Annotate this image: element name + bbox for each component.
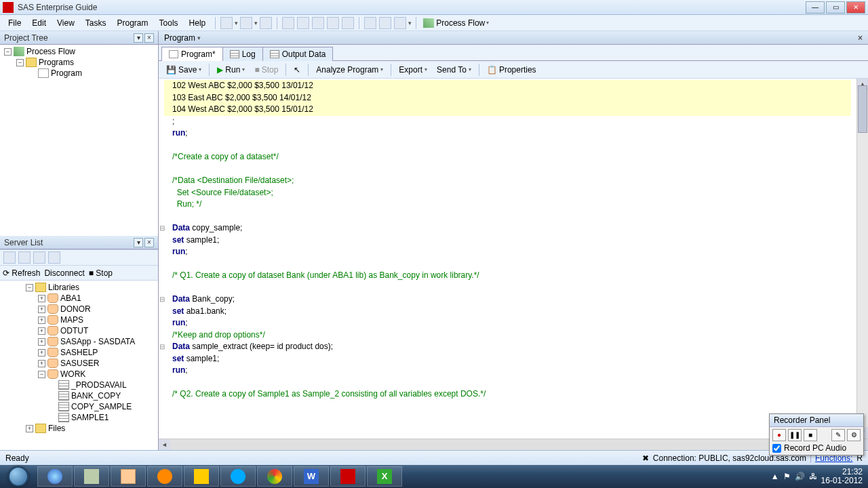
taskbar-explorer[interactable] — [111, 466, 146, 487]
run-button[interactable]: ▶ Run ▾ — [214, 64, 248, 76]
panel-close-icon[interactable]: × — [144, 33, 154, 43]
close-button[interactable]: ✕ — [846, 1, 865, 14]
save-button[interactable]: 💾 Save ▾ — [163, 64, 205, 76]
sendto-button[interactable]: Send To ▾ — [433, 64, 475, 76]
taskbar-word[interactable]: W — [294, 466, 329, 487]
recorder-tool-icon[interactable]: ✎ — [831, 429, 845, 441]
project-tree[interactable]: −Process Flow −Programs Program — [0, 45, 158, 236]
expander-icon[interactable]: + — [38, 327, 45, 335]
expander-icon[interactable]: + — [38, 338, 45, 346]
cut-icon[interactable] — [297, 17, 309, 29]
expander-icon[interactable]: − — [4, 48, 12, 56]
tray-network-icon[interactable]: 🖧 — [809, 472, 817, 481]
properties-button[interactable]: 📋 Properties — [484, 64, 540, 76]
horizontal-scrollbar[interactable]: ◄ ► — [159, 439, 868, 450]
globe-icon[interactable] — [48, 251, 60, 264]
stop-record-button[interactable]: ■ — [804, 429, 817, 441]
expander-icon[interactable]: − — [16, 59, 24, 66]
scroll-thumb[interactable] — [858, 85, 867, 133]
expander-icon[interactable]: − — [26, 284, 33, 291]
menu-help[interactable]: Help — [184, 17, 212, 29]
pause-button[interactable]: ❚❚ — [788, 429, 802, 441]
tray-show-hidden-icon[interactable]: ▲ — [771, 472, 779, 481]
taskbar-chrome[interactable] — [257, 466, 292, 487]
open-icon[interactable] — [240, 17, 252, 29]
menu-file[interactable]: File — [3, 17, 26, 29]
tray-volume-icon[interactable]: 🔊 — [795, 472, 805, 481]
copy-icon[interactable] — [312, 17, 324, 29]
tab-log[interactable]: Log — [222, 47, 263, 61]
tree-node-files[interactable]: Files — [48, 424, 65, 433]
tree-node-lib[interactable]: SASApp - SASDATA — [60, 337, 135, 346]
tray-flag-icon[interactable]: ⚑ — [783, 472, 791, 481]
menu-view[interactable]: View — [52, 17, 80, 29]
document-close-icon[interactable]: × — [858, 33, 863, 43]
tree-node-programs[interactable]: Programs — [39, 58, 74, 67]
system-tray[interactable]: ▲ ⚑ 🔊 🖧 21:32 16-01-2012 — [766, 468, 868, 485]
disconnect-button[interactable]: Disconnect — [44, 268, 84, 278]
tree-node-lib[interactable]: ABA1 — [60, 293, 81, 303]
tree-node-lib[interactable]: SASUSER — [60, 359, 99, 368]
taskbar-media[interactable] — [147, 466, 182, 487]
tree-node-lib[interactable]: MAPS — [60, 315, 83, 325]
tree-node-dataset[interactable]: COPY_SAMPLE — [71, 402, 132, 411]
process-flow-dropdown[interactable]: Process Flow ▾ — [420, 18, 492, 28]
tree-node-lib[interactable]: ODTUT — [60, 326, 88, 336]
panel-pin-icon[interactable]: ▾ — [134, 33, 143, 43]
menu-edit[interactable]: Edit — [26, 17, 52, 29]
select-icon[interactable]: ↖ — [290, 64, 304, 76]
taskbar-sas[interactable] — [330, 466, 366, 487]
undo-icon[interactable] — [364, 17, 376, 29]
folder-view-icon[interactable] — [18, 251, 31, 264]
vertical-scrollbar[interactable]: ▲ ▼ — [856, 79, 868, 439]
save-all-icon[interactable] — [260, 17, 272, 29]
tree-node-process-flow[interactable]: Process Flow — [26, 47, 75, 56]
server-tree[interactable]: −Libraries +ABA1+DONOR+MAPS+ODTUT+SASApp… — [0, 281, 158, 450]
expander-icon[interactable]: + — [26, 425, 33, 432]
recorder-panel[interactable]: Recorder Panel ● ❚❚ ■ ✎ ⚙ Record PC Audi… — [769, 413, 864, 455]
minimize-button[interactable]: — — [806, 1, 825, 14]
tree-node-libraries[interactable]: Libraries — [48, 283, 79, 292]
start-button[interactable] — [0, 465, 37, 488]
record-audio-checkbox[interactable] — [772, 444, 781, 453]
delete-icon[interactable] — [342, 17, 354, 29]
redo-icon[interactable] — [379, 17, 391, 29]
expander-icon[interactable]: + — [38, 349, 45, 357]
code-editor[interactable]: 102 West ABC $2,000 $3,500 13/01/12103 E… — [159, 79, 856, 439]
document-dropdown-icon[interactable]: ▾ — [197, 35, 201, 41]
paste-icon[interactable] — [327, 17, 339, 29]
taskbar-app1[interactable] — [74, 466, 109, 487]
analyze-button[interactable]: Analyze Program ▾ — [313, 64, 387, 76]
export-button[interactable]: Export ▾ — [395, 64, 431, 76]
menu-program[interactable]: Program — [112, 17, 154, 29]
panel-pin-icon[interactable]: ▾ — [134, 238, 143, 247]
tab-program[interactable]: Program* — [161, 47, 223, 61]
expander-icon[interactable]: + — [38, 360, 45, 367]
task-icon[interactable] — [394, 17, 406, 29]
recorder-settings-icon[interactable]: ⚙ — [847, 429, 861, 441]
tree-node-dataset[interactable]: _PRODSAVAIL — [71, 380, 127, 390]
taskbar-excel[interactable]: X — [367, 466, 402, 487]
menu-tasks[interactable]: Tasks — [80, 17, 112, 29]
panel-close-icon[interactable]: × — [144, 238, 154, 247]
refresh-button[interactable]: ⟳ Refresh — [3, 268, 40, 278]
tree-node-dataset[interactable]: SAMPLE1 — [71, 413, 108, 422]
server-icon[interactable] — [3, 251, 16, 264]
expander-icon[interactable]: + — [38, 295, 45, 302]
stop-button[interactable]: ■ Stop — [89, 268, 113, 278]
stop-button[interactable]: ■ Stop — [251, 64, 281, 76]
maximize-button[interactable]: ▭ — [826, 1, 845, 14]
scroll-left-icon[interactable]: ◄ — [159, 439, 170, 450]
taskbar-ie[interactable] — [37, 466, 73, 487]
tree-node-program[interactable]: Program — [51, 68, 82, 78]
clock[interactable]: 21:32 16-01-2012 — [821, 468, 863, 485]
expander-icon[interactable]: − — [38, 371, 45, 378]
tab-output[interactable]: Output Data — [262, 47, 334, 61]
expander-icon[interactable]: + — [38, 306, 45, 313]
tree-node-lib[interactable]: DONOR — [60, 304, 91, 314]
new-icon[interactable] — [220, 17, 233, 29]
tree-node-lib[interactable]: SASHELP — [60, 348, 98, 357]
tree-node-dataset[interactable]: BANK_COPY — [71, 391, 121, 401]
list-view-icon[interactable] — [33, 251, 45, 264]
taskbar-outlook[interactable] — [184, 466, 219, 487]
